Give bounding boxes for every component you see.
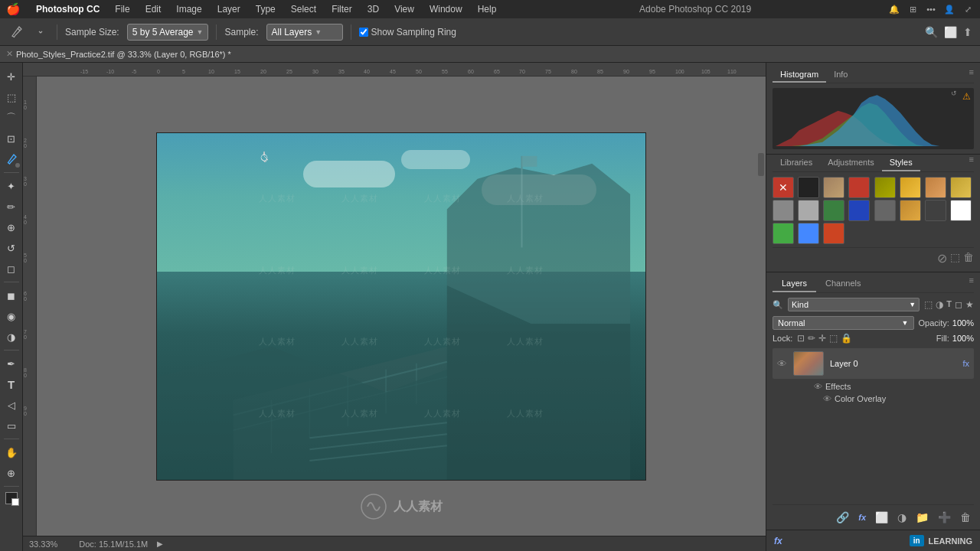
clone-tool[interactable]: ⊕ bbox=[2, 218, 21, 236]
tab-layers[interactable]: Layers bbox=[773, 276, 816, 292]
show-sampling-checkbox[interactable]: Show Sampling Ring bbox=[359, 27, 456, 37]
menu-3d[interactable]: 3D bbox=[361, 2, 385, 16]
share-icon[interactable]: ⬆ bbox=[963, 26, 972, 38]
sample-size-select[interactable]: 5 by 5 Average ▼ bbox=[127, 24, 209, 41]
lasso-tool[interactable]: ⌒ bbox=[2, 109, 21, 127]
layer-adjustment-btn[interactable]: ◑ bbox=[894, 510, 910, 525]
heal-tool[interactable]: ✦ bbox=[2, 177, 21, 195]
menu-edit[interactable]: Edit bbox=[139, 2, 168, 16]
menu-photoshop[interactable]: Photoshop CC bbox=[30, 2, 106, 16]
menu-window[interactable]: Window bbox=[423, 2, 469, 16]
tab-info[interactable]: Info bbox=[826, 67, 855, 83]
layer-fx-badge[interactable]: fx bbox=[962, 359, 969, 368]
path-tool[interactable]: ◁ bbox=[2, 396, 21, 414]
lib-panel-menu[interactable]: ≡ bbox=[969, 155, 974, 171]
histogram-menu[interactable]: ≡ bbox=[969, 67, 974, 83]
layers-menu-btn[interactable]: ≡ bbox=[969, 276, 974, 292]
color-overlay-visibility-icon[interactable]: 👁 bbox=[823, 394, 831, 403]
document-tab[interactable]: Photo_Styles_Practice2.tif @ 33.3% (Laye… bbox=[16, 50, 231, 59]
layers-kind-select[interactable]: Kind ▼ bbox=[788, 298, 920, 311]
crop-tool[interactable]: ⊡ bbox=[2, 129, 21, 148]
style-swatch-11[interactable] bbox=[848, 200, 870, 221]
hand-tool[interactable]: ✋ bbox=[2, 443, 21, 461]
layer-link-btn[interactable]: 🔗 bbox=[833, 510, 852, 525]
layer-folder-btn[interactable]: 📁 bbox=[913, 510, 932, 525]
tab-channels[interactable]: Channels bbox=[816, 276, 870, 292]
style-swatch-12[interactable] bbox=[874, 200, 896, 221]
lock-artboard-icon[interactable]: ⬚ bbox=[829, 333, 838, 344]
pixel-filter-icon[interactable]: ⬚ bbox=[924, 299, 933, 310]
histogram-warning[interactable]: ⚠ bbox=[962, 91, 971, 102]
pen-tool[interactable]: ✒ bbox=[2, 354, 21, 373]
sample-select[interactable]: All Layers ▼ bbox=[266, 24, 343, 41]
grid-icon[interactable]: ⊞ bbox=[906, 3, 919, 15]
menu-image[interactable]: Image bbox=[170, 2, 207, 16]
style-swatch-2[interactable] bbox=[823, 177, 844, 198]
layer-add-btn[interactable]: ➕ bbox=[935, 510, 954, 525]
tab-histogram[interactable]: Histogram bbox=[773, 67, 826, 83]
layer-row[interactable]: 👁 Layer 0 fx bbox=[773, 348, 974, 379]
effects-visibility-icon[interactable]: 👁 bbox=[814, 382, 822, 391]
menu-filter[interactable]: Filter bbox=[325, 2, 358, 16]
style-swatch-8[interactable] bbox=[773, 200, 794, 221]
user-icon[interactable]: 👤 bbox=[943, 3, 956, 15]
layer-delete-btn[interactable]: 🗑 bbox=[957, 510, 974, 525]
blur-tool[interactable]: ◉ bbox=[2, 307, 21, 325]
style-swatch-4[interactable] bbox=[874, 177, 896, 198]
menu-file[interactable]: File bbox=[109, 2, 136, 16]
style-swatch-6[interactable] bbox=[925, 177, 946, 198]
search-icon[interactable]: 🔍 bbox=[925, 26, 938, 38]
panel-handle[interactable] bbox=[758, 153, 764, 176]
history-brush[interactable]: ↺ bbox=[2, 239, 21, 257]
menu-layer[interactable]: Layer bbox=[211, 2, 247, 16]
status-arrow[interactable]: ▶ bbox=[157, 540, 163, 548]
expand-icon[interactable]: ⤢ bbox=[962, 3, 974, 15]
shape-tool[interactable]: ▭ bbox=[2, 416, 21, 435]
style-swatch-5[interactable] bbox=[900, 177, 921, 198]
style-swatch-15[interactable] bbox=[950, 200, 972, 221]
style-swatch-18[interactable] bbox=[823, 223, 844, 244]
menu-help[interactable]: Help bbox=[472, 2, 503, 16]
fx-label[interactable]: fx bbox=[774, 536, 782, 546]
dots-icon[interactable]: ••• bbox=[925, 3, 937, 15]
adjustment-filter-icon[interactable]: ◑ bbox=[936, 299, 943, 310]
brush-tool[interactable]: ✏ bbox=[2, 197, 21, 216]
style-swatch-1[interactable] bbox=[798, 177, 819, 198]
lock-move-icon[interactable]: ✛ bbox=[818, 333, 826, 344]
tab-libraries[interactable]: Libraries bbox=[773, 155, 820, 171]
canvas-area[interactable]: 人人素材人人素材人人素材人人素材 人人素材人人素材人人素材人人素材 人人素材人人… bbox=[37, 77, 766, 536]
gradient-tool[interactable]: ◼ bbox=[2, 286, 21, 305]
type-filter-icon[interactable]: T bbox=[946, 299, 952, 310]
layer-mask-btn[interactable]: ⬜ bbox=[872, 510, 891, 525]
dodge-tool[interactable]: ◑ bbox=[2, 328, 21, 346]
fill-value[interactable]: 100% bbox=[952, 334, 974, 343]
style-swatch-7[interactable] bbox=[950, 177, 972, 198]
hist-ctrl-btn[interactable]: ↺ bbox=[951, 90, 957, 97]
color-overlay-label[interactable]: Color Overlay bbox=[835, 394, 886, 403]
menu-type[interactable]: Type bbox=[250, 2, 282, 16]
tab-styles[interactable]: Styles bbox=[882, 155, 920, 171]
arrange-icon[interactable]: ⬜ bbox=[944, 26, 957, 38]
layer-visibility-icon[interactable]: 👁 bbox=[777, 358, 787, 370]
selection-tool[interactable]: ⬚ bbox=[2, 88, 21, 106]
menu-select[interactable]: Select bbox=[285, 2, 322, 16]
style-swatch-17[interactable] bbox=[798, 223, 819, 244]
show-sampling-input[interactable] bbox=[359, 28, 368, 37]
opacity-value[interactable]: 100% bbox=[952, 318, 974, 328]
tab-close-btn[interactable]: ✕ bbox=[6, 49, 13, 59]
apple-menu[interactable]: 🍎 bbox=[6, 2, 21, 16]
smart-filter-icon[interactable]: ★ bbox=[965, 299, 974, 310]
lock-brush-icon[interactable]: ✏ bbox=[808, 333, 815, 344]
style-swatch-3[interactable] bbox=[848, 177, 870, 198]
no-style-btn[interactable]: ⊘ bbox=[937, 251, 947, 266]
style-swatch-9[interactable] bbox=[798, 200, 819, 221]
lock-pixels-icon[interactable]: ⊡ bbox=[797, 333, 805, 344]
move-tool[interactable]: ✛ bbox=[2, 67, 21, 86]
style-swatch-0[interactable]: ✕ bbox=[773, 177, 794, 198]
layer-style-btn[interactable]: fx bbox=[855, 511, 869, 523]
linkedin-icon[interactable]: in bbox=[910, 535, 924, 546]
options-caret-icon[interactable] bbox=[32, 24, 49, 41]
eraser-tool[interactable]: ◻ bbox=[2, 259, 21, 278]
style-swatch-10[interactable] bbox=[823, 200, 844, 221]
type-tool[interactable]: T bbox=[2, 375, 21, 393]
